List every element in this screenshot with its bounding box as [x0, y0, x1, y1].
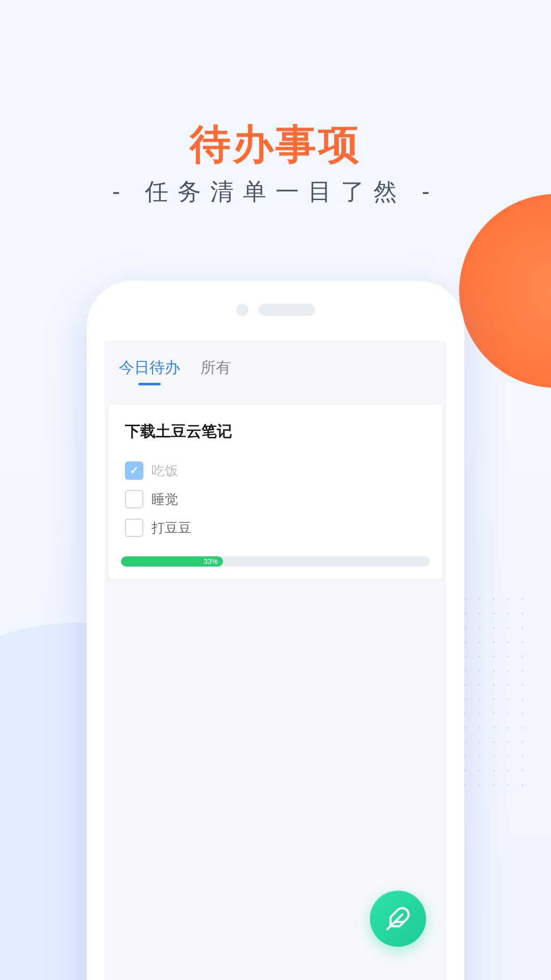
decorative-orange-circle [459, 194, 551, 388]
todo-label: 睡觉 [152, 491, 178, 508]
todo-label: 吃饭 [152, 462, 178, 480]
phone-screen: 今日待办 所有 下载土豆云笔记 ✓ 吃饭 睡觉 打豆豆 33% [105, 341, 446, 980]
checkbox-unchecked-icon[interactable] [125, 490, 143, 508]
tab-bar: 今日待办 所有 [105, 341, 446, 385]
checkbox-checked-icon[interactable]: ✓ [125, 461, 143, 480]
notch-camera-icon [236, 304, 248, 316]
add-todo-button[interactable] [370, 891, 426, 947]
progress-bar: 33% [121, 556, 430, 567]
feather-icon [385, 906, 411, 932]
todo-item[interactable]: ✓ 吃饭 [121, 456, 430, 485]
tab-all[interactable]: 所有 [201, 357, 231, 385]
todo-item[interactable]: 睡觉 [121, 485, 430, 513]
hero-title: 待办事项 [0, 117, 551, 173]
todo-card: 下载土豆云笔记 ✓ 吃饭 睡觉 打豆豆 33% [109, 405, 442, 579]
notch-speaker-icon [259, 304, 315, 316]
todo-item[interactable]: 打豆豆 [121, 513, 430, 542]
tab-today[interactable]: 今日待办 [119, 357, 180, 385]
progress-label: 33% [204, 557, 218, 566]
hero-subtitle: - 任务清单一目了然 - [0, 176, 551, 208]
card-title: 下载土豆云笔记 [121, 421, 430, 442]
checkbox-unchecked-icon[interactable] [125, 519, 143, 537]
progress-fill: 33% [121, 556, 223, 567]
phone-frame: 今日待办 所有 下载土豆云笔记 ✓ 吃饭 睡觉 打豆豆 33% [87, 281, 464, 980]
phone-notch [236, 304, 315, 316]
checkmark-icon: ✓ [130, 464, 139, 477]
todo-label: 打豆豆 [152, 519, 191, 537]
